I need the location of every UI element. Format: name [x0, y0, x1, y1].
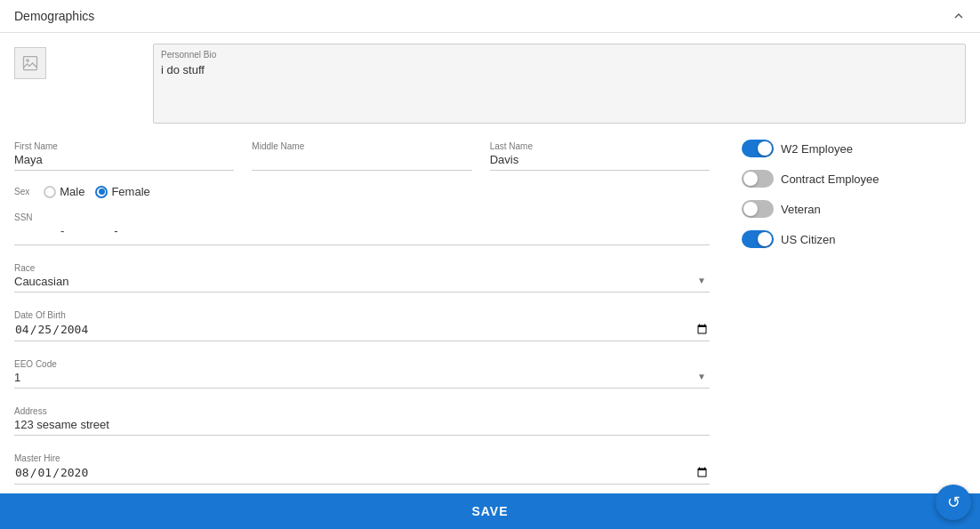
first-name-label: First Name	[14, 141, 234, 151]
first-name-input[interactable]	[14, 153, 234, 171]
race-label: Race	[14, 263, 710, 273]
sex-male-option[interactable]: Male	[44, 185, 84, 198]
page-container: Demographics	[0, 0, 980, 529]
us-citizen-toggle-label: US Citizen	[781, 233, 835, 246]
ssn-label: SSN	[14, 212, 710, 222]
toggles-panel: W2 Employee Contract Employee	[742, 136, 966, 248]
ssn-sep1: -	[60, 224, 64, 241]
collapse-icon[interactable]	[952, 9, 966, 23]
top-section: Personnel Bio i do stuff	[14, 44, 966, 124]
ssn-group: SSN - -	[14, 207, 717, 251]
fab-button[interactable]: ↺	[936, 485, 971, 520]
sex-male-label: Male	[60, 185, 84, 198]
dob-label: Date Of Birth	[14, 310, 710, 320]
us-citizen-toggle[interactable]	[742, 230, 774, 248]
avatar-area	[14, 44, 139, 124]
right-panel: W2 Employee Contract Employee	[735, 136, 966, 529]
contract-toggle-row: Contract Employee	[742, 170, 966, 188]
bio-text[interactable]: i do stuff	[161, 63, 205, 76]
section-header: Demographics	[0, 0, 980, 33]
eeo-select[interactable]: 1 2 3	[14, 371, 710, 389]
sex-female-radio[interactable]	[95, 186, 108, 198]
us-citizen-toggle-row: US Citizen	[742, 230, 966, 248]
eeo-select-wrapper: 1 2 3 ▼	[14, 371, 710, 389]
address-input[interactable]	[14, 418, 710, 436]
middle-name-label: Middle Name	[252, 141, 471, 151]
ssn-sep2: -	[112, 224, 119, 241]
race-select[interactable]: Caucasian African American Hispanic Asia…	[14, 275, 710, 293]
svg-point-1	[27, 60, 28, 62]
middle-name-group: Middle Name	[252, 136, 478, 176]
sex-male-radio[interactable]	[44, 186, 56, 198]
ssn-part2[interactable]	[66, 228, 110, 241]
veteran-toggle-row: Veteran	[742, 200, 966, 218]
race-group: Race Caucasian African American Hispanic…	[14, 258, 717, 298]
first-name-group: First Name	[14, 136, 241, 176]
name-row: First Name Middle Name Last Name	[14, 136, 717, 176]
w2-toggle-row: W2 Employee	[742, 140, 966, 157]
sex-label: Sex	[14, 187, 29, 196]
master-hire-group: Master Hire	[14, 448, 717, 490]
bio-area: Personnel Bio i do stuff	[153, 44, 966, 124]
contract-toggle-label: Contract Employee	[781, 172, 880, 186]
us-citizen-toggle-thumb	[758, 232, 772, 246]
section-title: Demographics	[14, 9, 94, 23]
bio-label: Personnel Bio	[161, 50, 958, 60]
contract-toggle-thumb	[743, 172, 758, 186]
w2-toggle-thumb	[758, 141, 772, 156]
middle-name-input[interactable]	[252, 153, 471, 171]
address-label: Address	[14, 406, 710, 416]
master-hire-input[interactable]	[14, 465, 710, 485]
left-panel: First Name Middle Name Last Name	[14, 136, 735, 529]
sex-female-label: Female	[111, 185, 149, 198]
ssn-part3[interactable]	[122, 228, 184, 241]
sex-female-option[interactable]: Female	[95, 185, 149, 198]
save-button[interactable]: SAVE	[11, 504, 969, 518]
main-form: First Name Middle Name Last Name	[14, 136, 966, 529]
contract-toggle[interactable]	[742, 170, 774, 188]
address-group: Address	[14, 401, 717, 441]
race-select-wrapper: Caucasian African American Hispanic Asia…	[14, 275, 710, 293]
veteran-toggle-label: Veteran	[781, 203, 821, 216]
avatar[interactable]	[14, 47, 46, 79]
bio-textarea-wrapper: Personnel Bio i do stuff	[153, 44, 966, 124]
main-content: Personnel Bio i do stuff First Name	[0, 33, 980, 529]
eeo-group: EEO Code 1 2 3 ▼	[14, 354, 717, 394]
w2-toggle[interactable]	[742, 140, 774, 157]
sex-row: Sex Male Female	[14, 180, 717, 207]
veteran-toggle-thumb	[743, 202, 758, 216]
dob-wrapper	[14, 322, 710, 341]
master-hire-label: Master Hire	[14, 453, 710, 463]
ssn-part1[interactable]	[14, 228, 59, 241]
svg-rect-0	[24, 57, 37, 70]
last-name-input[interactable]	[490, 153, 710, 171]
dob-input[interactable]	[14, 322, 710, 341]
last-name-group: Last Name	[490, 136, 717, 176]
veteran-toggle[interactable]	[742, 200, 774, 218]
last-name-label: Last Name	[490, 141, 710, 151]
sex-female-dot	[99, 188, 105, 195]
save-bar: SAVE	[0, 493, 980, 529]
fab-icon: ↺	[947, 493, 960, 512]
w2-toggle-label: W2 Employee	[781, 142, 853, 156]
eeo-label: EEO Code	[14, 359, 710, 369]
ssn-container: - -	[14, 224, 710, 245]
dob-group: Date Of Birth	[14, 305, 717, 347]
